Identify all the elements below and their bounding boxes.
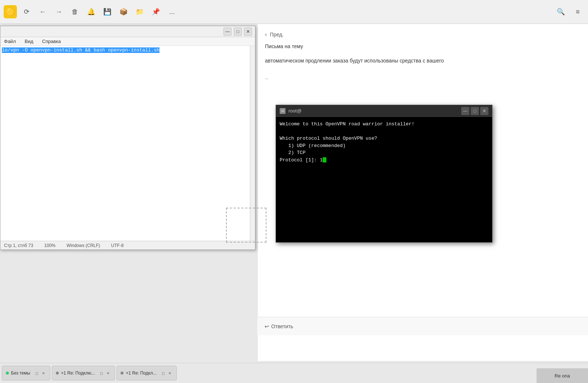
terminal-body[interactable]: Welcome to this OpenVPN road warrior ins… <box>276 117 492 242</box>
bottom-right-text: Re ona <box>537 368 588 383</box>
selected-command-text: lo/vpn -O openvpn-install.sh && bash ope… <box>2 47 159 53</box>
logo-icon: 🟡 <box>6 7 15 16</box>
forward-icon: → <box>55 8 62 16</box>
dashed-overlay-box <box>226 208 266 243</box>
terminal-minimize-button[interactable]: — <box>461 107 469 115</box>
taskbar-close-0[interactable]: ✕ <box>40 370 46 376</box>
menu-view[interactable]: Вид <box>23 38 35 45</box>
delete-button[interactable]: 🗑 <box>68 5 82 18</box>
taskbar: Без темы ◻ ✕ +1 Re: Подклю... ◻ ✕ +1 Re:… <box>0 363 588 383</box>
terminal-title-text: root@ <box>288 108 302 114</box>
main-area: ‹ Пред. Письма на тему автоматическом пр… <box>0 24 588 361</box>
more-button[interactable]: ... <box>165 5 179 18</box>
status-lineending: Windows (CRLF) <box>67 243 100 248</box>
notepad-content[interactable]: lo/vpn -O openvpn-install.sh && bash ope… <box>0 46 255 241</box>
search-button[interactable]: 🔍 <box>554 5 567 18</box>
nav-prev-label[interactable]: Пред. <box>270 32 283 37</box>
nav-prev-chevron[interactable]: ‹ <box>265 31 267 38</box>
terminal-icon: 🖥 <box>280 108 286 114</box>
pin-button[interactable]: 📌 <box>149 5 162 18</box>
taskbar-minimize-1[interactable]: ◻ <box>98 370 104 376</box>
delete-icon: 🗑 <box>72 8 78 16</box>
app-logo-button[interactable]: 🟡 <box>4 5 17 18</box>
letters-on-topic-label: Письма на тему <box>265 43 581 49</box>
taskbar-item-1[interactable]: +1 Re: Подклю... ◻ ✕ <box>52 366 115 380</box>
taskbar-item-2[interactable]: +1 Re: Подкл... ◻ ✕ <box>116 366 176 380</box>
terminal-question: Which protocol should OpenVPN use? <box>280 136 377 141</box>
save-button[interactable]: 💾 <box>101 5 114 18</box>
notepad-menubar: Файл Вид Справка <box>0 37 255 46</box>
forward-button[interactable]: → <box>52 5 65 18</box>
taskbar-btns-1: ◻ ✕ <box>98 370 111 376</box>
reply-label: Ответить <box>271 323 293 329</box>
terminal-title-area: 🖥 root@ <box>280 108 302 114</box>
email-navigation: ‹ Пред. <box>265 31 581 38</box>
taskbar-item-0[interactable]: Без темы ◻ ✕ <box>2 366 50 380</box>
terminal-option2: 2) TCP <box>280 150 305 155</box>
email-body-text: автоматическом продлении заказа будут ис… <box>265 57 581 65</box>
taskbar-close-2[interactable]: ✕ <box>167 370 173 376</box>
terminal-cursor <box>323 157 326 162</box>
menu-help[interactable]: Справка <box>41 38 62 45</box>
taskbar-minimize-0[interactable]: ◻ <box>34 370 40 376</box>
reply-area: ↩ Ответить <box>257 317 588 335</box>
search-icon: 🔍 <box>557 8 565 16</box>
notepad-titlebar: — □ ✕ <box>0 26 255 37</box>
notepad-statusbar: Стр 1, стлб 73 100% Windows (CRLF) UTF-8 <box>0 241 255 250</box>
status-encoding: UTF-8 <box>111 243 123 248</box>
refresh-icon: ⟳ <box>24 8 29 16</box>
status-zoom: 100% <box>44 243 55 248</box>
notify-button[interactable]: 🔔 <box>85 5 98 18</box>
taskbar-dot-0 <box>6 372 9 375</box>
taskbar-btns-0: ◻ ✕ <box>34 370 46 376</box>
settings-button[interactable]: ≡ <box>571 5 584 18</box>
settings-icon: ≡ <box>576 8 580 16</box>
archive-icon: 📦 <box>119 8 128 16</box>
menu-file[interactable]: Файл <box>3 38 17 45</box>
back-button[interactable]: ← <box>36 5 49 18</box>
more-icon: ... <box>169 8 175 16</box>
close-button[interactable]: ✕ <box>244 28 252 36</box>
terminal-welcome: Welcome to this OpenVPN road warrior ins… <box>280 121 415 127</box>
terminal-titlebar: 🖥 root@ — □ ✕ <box>276 105 492 117</box>
pin-icon: 📌 <box>152 8 160 16</box>
dash-line: -- <box>265 76 581 81</box>
reply-button[interactable]: ↩ Ответить <box>265 323 293 329</box>
reply-arrow-icon: ↩ <box>265 323 269 329</box>
taskbar-label-1: +1 Re: Подклю... <box>61 371 95 376</box>
terminal-maximize-button[interactable]: □ <box>471 107 479 115</box>
maximize-button[interactable]: □ <box>234 28 242 36</box>
email-dashes: -- <box>265 76 581 81</box>
back-icon: ← <box>39 8 46 16</box>
status-row-col: Стр 1, стлб 73 <box>4 243 33 248</box>
terminal-window-buttons: — □ ✕ <box>461 107 488 115</box>
refresh-button[interactable]: ⟳ <box>20 5 33 18</box>
taskbar-close-1[interactable]: ✕ <box>105 370 111 376</box>
toolbar: 🟡 ⟳ ← → 🗑 🔔 💾 📦 📁 📌 ... 🔍 ≡ <box>0 0 588 24</box>
notepad-window: — □ ✕ Файл Вид Справка lo/vpn -O openvpn… <box>0 26 255 250</box>
taskbar-minimize-2[interactable]: ◻ <box>160 370 166 376</box>
save-icon: 💾 <box>103 8 111 16</box>
minimize-button[interactable]: — <box>223 28 232 36</box>
taskbar-btns-2: ◻ ✕ <box>160 370 173 376</box>
terminal-prompt: Protocol [1]: 1 <box>280 157 323 163</box>
taskbar-label-0: Без темы <box>11 371 30 376</box>
taskbar-dot-2 <box>121 372 123 375</box>
taskbar-label-2: +1 Re: Подкл... <box>126 371 156 376</box>
archive-button[interactable]: 📦 <box>117 5 130 18</box>
notify-icon: 🔔 <box>87 8 95 16</box>
folder-button[interactable]: 📁 <box>133 5 146 18</box>
terminal-window: 🖥 root@ — □ ✕ Welcome to this OpenVPN ro… <box>276 105 492 243</box>
toolbar-right: 🔍 ≡ <box>554 5 584 18</box>
folder-icon: 📁 <box>136 8 144 16</box>
terminal-close-button[interactable]: ✕ <box>480 107 488 115</box>
terminal-option1: 1) UDP (recommended) <box>280 143 345 148</box>
taskbar-dot-1 <box>56 372 59 375</box>
